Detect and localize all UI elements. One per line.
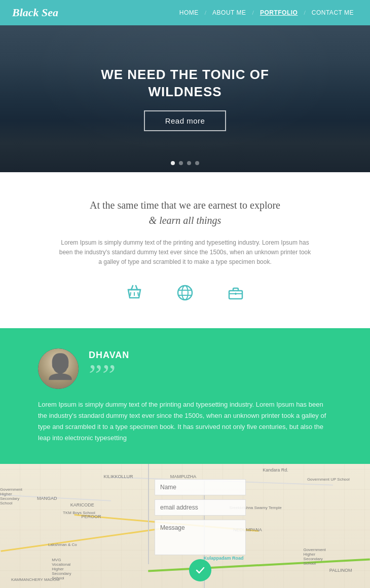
map-label-up-school: Government UP School — [307, 477, 350, 482]
submit-button[interactable] — [189, 559, 211, 581]
map-label-kandara: Kandara Rd. — [263, 467, 288, 473]
map-label-mampuzha: MAMPUZHA — [170, 474, 197, 479]
feature-icons — [41, 283, 329, 303]
nav-sep-2: / — [252, 9, 254, 17]
map-label-pallinom: PALLINOM — [329, 568, 352, 573]
map-label-kilikkollur: KILIKKOLLUR — [103, 474, 133, 479]
hero-dot-4[interactable] — [195, 161, 199, 165]
avatar — [38, 348, 79, 389]
intro-section: At the same time that we are earnest to … — [0, 172, 370, 328]
testimonial-inner: DHAVAN ”” Lorem Ipsum is simply dummy te… — [38, 348, 332, 444]
quote-marks: ”” — [89, 363, 129, 387]
hero-dot-3[interactable] — [187, 161, 191, 165]
nav-portfolio[interactable]: PORTFOLIO — [256, 9, 302, 16]
map-background: KILIKKOLLUR MAMPUZHA KARICODE MANGAD PER… — [0, 464, 370, 588]
hero-section: WE NEED THE TONIC OF WILDNESS Read more — [0, 25, 370, 172]
hero-cta-button[interactable]: Read more — [144, 110, 227, 131]
globe-icon — [175, 283, 195, 303]
map-label-tkm: TKM Boys School — [63, 511, 95, 515]
testimonial-name-block: DHAVAN ”” — [89, 350, 129, 387]
message-input[interactable] — [155, 520, 246, 555]
testimonial-header: DHAVAN ”” — [38, 348, 332, 389]
svg-point-4 — [178, 286, 192, 300]
main-nav: HOME / ABOUT ME / PORTFOLIO / CONTACT ME — [175, 9, 358, 17]
nav-about[interactable]: ABOUT ME — [208, 9, 250, 16]
map-road-v1 — [148, 464, 149, 564]
nav-sep-1: / — [205, 9, 206, 17]
logo[interactable]: Black Sea — [12, 6, 58, 19]
svg-line-3 — [138, 292, 138, 296]
map-label-karicode: KARICODE — [70, 502, 94, 507]
hero-title: WE NEED THE TONIC OF WILDNESS — [101, 66, 269, 101]
hero-dot-1[interactable] — [171, 161, 175, 165]
map-label-mvg: MVG Vocational Higher Secondary School — [52, 558, 80, 580]
map-label-gov-higher: Government Higher Secondary School — [0, 487, 25, 505]
intro-headline: At the same time that we are earnest to … — [41, 198, 329, 228]
briefcase-icon — [226, 283, 246, 303]
testimonial-section: DHAVAN ”” Lorem Ipsum is simply dummy te… — [0, 328, 370, 464]
map-label-lakshman: Lakshman & Co — [48, 542, 77, 547]
intro-body: Lorem Ipsum is simply dummy text of the … — [58, 238, 312, 267]
name-input[interactable] — [155, 479, 246, 495]
email-input[interactable] — [155, 499, 246, 516]
testimonial-text: Lorem Ipsum is simply dummy text of the … — [38, 399, 332, 444]
nav-sep-3: / — [304, 9, 305, 17]
avatar-image — [38, 348, 79, 389]
basket-icon — [124, 283, 144, 303]
hero-dots — [171, 161, 199, 165]
svg-line-1 — [130, 292, 131, 296]
hero-dot-2[interactable] — [179, 161, 183, 165]
header: Black Sea HOME / ABOUT ME / PORTFOLIO / … — [0, 0, 370, 25]
nav-contact[interactable]: CONTACT ME — [308, 9, 358, 16]
nav-home[interactable]: HOME — [175, 9, 203, 16]
map-contact-section: KILIKKOLLUR MAMPUZHA KARICODE MANGAD PER… — [0, 464, 370, 588]
contact-form — [155, 479, 246, 581]
svg-point-5 — [182, 286, 188, 300]
map-label-higher-sec: Government Higher Secondary School — [304, 547, 334, 566]
map-label-mangad: MANGAD — [37, 496, 57, 501]
